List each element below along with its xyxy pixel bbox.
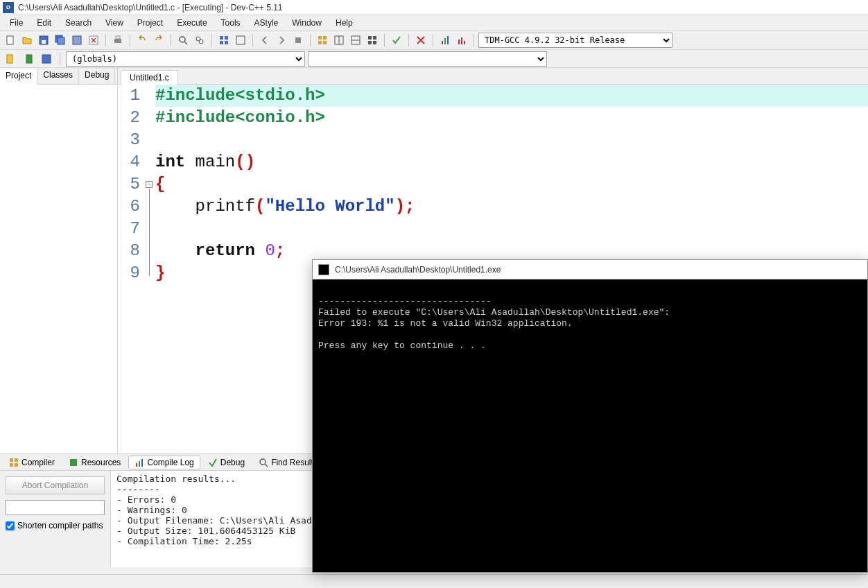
toolbar-scope: (globals) (0, 50, 868, 68)
sidebar-tab-debug[interactable]: Debug (79, 68, 115, 84)
menu-execute[interactable]: Execute (170, 17, 214, 29)
sidebar-tab-classes[interactable]: Classes (37, 68, 79, 84)
open-file-icon[interactable] (19, 33, 35, 48)
console-output[interactable]: -------------------------------- Failed … (313, 279, 867, 572)
svg-rect-33 (458, 40, 460, 44)
svg-rect-31 (444, 38, 446, 44)
console-title-text: C:\Users\Ali Asadullah\Desktop\Untitled1… (335, 265, 501, 275)
console-window[interactable]: C:\Users\Ali Asadullah\Desktop\Untitled1… (312, 259, 868, 573)
svg-rect-0 (7, 36, 13, 44)
svg-rect-40 (15, 458, 18, 462)
grid3-icon[interactable] (348, 33, 363, 48)
svg-rect-21 (323, 41, 327, 44)
debug-icon (208, 458, 218, 467)
menu-astyle[interactable]: AStyle (248, 17, 286, 29)
svg-rect-35 (464, 41, 465, 44)
replace-icon[interactable] (192, 33, 207, 48)
bookmark-prev-icon[interactable] (3, 51, 18, 67)
bottom-tab-compile-log[interactable]: Compile Log (128, 456, 200, 469)
shorten-paths-checkbox[interactable]: Shorten compiler paths (6, 521, 105, 530)
close-file-icon[interactable] (86, 33, 101, 48)
toolbar-separator (130, 34, 130, 46)
svg-rect-28 (368, 41, 372, 44)
run-icon[interactable] (233, 33, 248, 48)
toolbar-separator (171, 34, 171, 46)
toolbar-separator (105, 34, 106, 46)
svg-rect-8 (116, 36, 120, 39)
svg-rect-18 (318, 36, 322, 40)
scope-select[interactable]: (globals) (66, 51, 305, 67)
menu-tools[interactable]: Tools (214, 17, 248, 29)
bottom-tab-resources[interactable]: Resources (62, 456, 127, 469)
delete-icon[interactable] (413, 33, 428, 48)
shorten-paths-checkbox-input[interactable] (6, 521, 15, 530)
member-select[interactable] (308, 51, 547, 67)
menu-edit[interactable]: Edit (30, 17, 58, 29)
menu-file[interactable]: File (3, 17, 30, 29)
menu-help[interactable]: Help (329, 17, 360, 29)
bottom-tab-debug[interactable]: Debug (202, 456, 251, 469)
compile-icon[interactable] (216, 33, 232, 48)
svg-rect-27 (373, 36, 376, 40)
toolbar-main: TDM-GCC 4.9.2 32-bit Release (0, 31, 868, 50)
line-number: 6 (118, 196, 140, 218)
code-line: printf("Hello World"); (155, 196, 868, 218)
menu-view[interactable]: View (98, 17, 130, 29)
toolbar-separator (211, 34, 212, 46)
svg-rect-13 (225, 36, 228, 40)
code-line: #include<stdio.h> (155, 85, 868, 107)
compile-filter-input[interactable] (6, 500, 105, 515)
compiler-select[interactable]: TDM-GCC 4.9.2 32-bit Release (478, 33, 672, 48)
svg-rect-4 (58, 37, 64, 44)
menu-bar: File Edit Search View Project Execute To… (0, 15, 868, 31)
stop-icon[interactable] (290, 33, 306, 48)
grid2-icon[interactable] (331, 33, 347, 48)
svg-rect-36 (7, 55, 12, 63)
menu-window[interactable]: Window (285, 17, 329, 29)
console-titlebar[interactable]: C:\Users\Ali Asadullah\Desktop\Untitled1… (313, 260, 867, 279)
svg-rect-16 (236, 36, 245, 44)
menu-project[interactable]: Project (130, 17, 170, 29)
sidebar-tab-project[interactable]: Project (0, 69, 37, 85)
toolbar-separator (252, 34, 253, 46)
svg-rect-38 (42, 55, 51, 63)
bookmark-next-icon[interactable] (21, 51, 36, 67)
svg-rect-17 (295, 37, 301, 43)
menu-search[interactable]: Search (58, 17, 98, 29)
redo-icon[interactable] (151, 33, 166, 48)
bottom-tab-compiler[interactable]: Compiler (3, 456, 61, 469)
svg-rect-20 (318, 41, 322, 44)
fold-toggle-icon[interactable]: − (146, 181, 153, 188)
undo-icon[interactable] (134, 33, 150, 48)
profile-icon[interactable] (437, 33, 453, 48)
file-tab-active[interactable]: Untitled1.c (121, 70, 178, 85)
toolbar-separator (408, 34, 409, 46)
find-icon[interactable] (175, 33, 191, 48)
code-line: { (155, 173, 868, 196)
svg-rect-32 (447, 36, 449, 44)
grid1-icon[interactable] (315, 33, 330, 48)
check-icon[interactable] (389, 33, 404, 48)
debug-chart-icon[interactable] (454, 33, 469, 48)
goto-next-icon[interactable] (274, 33, 289, 48)
toolbar-separator (60, 53, 60, 65)
goto-prev-icon[interactable] (257, 33, 272, 48)
toolbar-separator (310, 34, 311, 46)
status-bar (0, 574, 868, 588)
save-all-icon[interactable] (53, 33, 68, 48)
new-file-icon[interactable] (3, 33, 18, 48)
find-results-icon (259, 458, 268, 467)
print-icon[interactable] (110, 33, 125, 48)
line-number: 8 (118, 240, 140, 262)
svg-rect-19 (323, 36, 327, 40)
svg-point-11 (199, 40, 203, 44)
save-icon[interactable] (36, 33, 51, 48)
save-as-icon[interactable] (69, 33, 85, 48)
line-number: 3 (118, 129, 140, 151)
abort-compilation-button[interactable]: Abort Compilation (6, 476, 105, 494)
svg-rect-15 (225, 41, 228, 44)
svg-rect-2 (42, 40, 46, 44)
goto-line-icon[interactable] (39, 51, 54, 67)
line-number: 7 (118, 218, 140, 240)
grid4-icon[interactable] (365, 33, 380, 48)
